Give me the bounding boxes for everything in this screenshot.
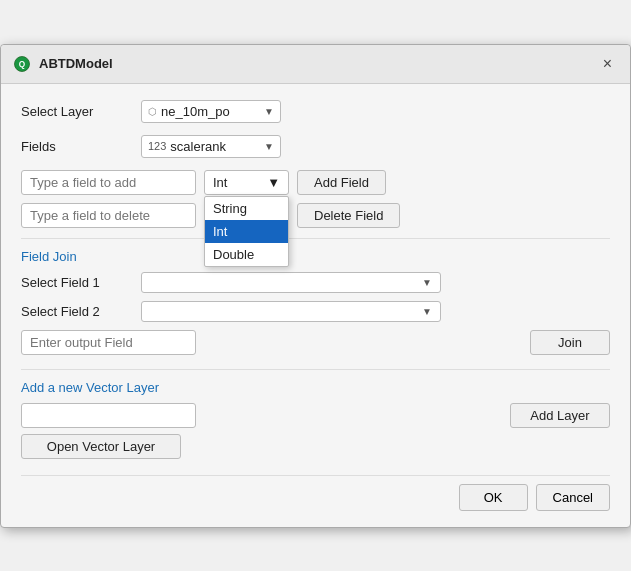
fields-dropdown[interactable]: 123 scalerank ▼ xyxy=(141,135,281,158)
select-layer-dropdown[interactable]: ⬡ ne_10m_po ▼ xyxy=(141,100,281,123)
type-dropdown-arrow-icon: ▼ xyxy=(267,175,280,190)
footer-buttons: OK Cancel xyxy=(21,475,610,511)
select-field-2-label: Select Field 2 xyxy=(21,304,131,319)
fields-row: Fields 123 scalerank ▼ xyxy=(21,135,610,158)
type-option-double[interactable]: Double xyxy=(205,243,288,266)
vector-layer-section-label: Add a new Vector Layer xyxy=(21,380,610,395)
field-join-label: Field Join xyxy=(21,249,610,264)
output-field-input[interactable] xyxy=(21,330,196,355)
type-option-string[interactable]: String xyxy=(205,197,288,220)
ok-button[interactable]: OK xyxy=(459,484,528,511)
close-button[interactable]: × xyxy=(597,53,618,75)
add-field-row: Int ▼ String Int Double Add Field xyxy=(21,170,610,195)
delete-field-row: Delete Field xyxy=(21,203,610,228)
svg-text:Q: Q xyxy=(19,60,26,69)
open-vector-button[interactable]: Open Vector Layer xyxy=(21,434,181,459)
fields-value: scalerank xyxy=(170,139,226,154)
select-layer-value: ne_10m_po xyxy=(161,104,230,119)
add-layer-button[interactable]: Add Layer xyxy=(510,403,610,428)
divider-2 xyxy=(21,369,610,370)
layer-icon: ⬡ xyxy=(148,106,157,117)
title-bar: Q ABTDModel × xyxy=(1,45,630,84)
output-field-row: Join xyxy=(21,330,610,355)
join-button[interactable]: Join xyxy=(530,330,610,355)
type-dropdown-button[interactable]: Int ▼ xyxy=(204,170,289,195)
dialog-title: ABTDModel xyxy=(39,56,113,71)
select-layer-label: Select Layer xyxy=(21,104,131,119)
select-layer-dropdown-inner: ⬡ ne_10m_po xyxy=(148,104,258,119)
fields-dropdown-inner: 123 scalerank xyxy=(148,139,258,154)
delete-field-input[interactable] xyxy=(21,203,196,228)
select-field-2-row: Select Field 2 ▼ xyxy=(21,301,610,322)
type-dropdown-selected: Int xyxy=(213,175,227,190)
vector-layer-input-row: Add Layer xyxy=(21,403,610,428)
select-field-1-dropdown[interactable]: ▼ xyxy=(141,272,441,293)
divider-1 xyxy=(21,238,610,239)
select-field-1-arrow-icon: ▼ xyxy=(422,277,432,288)
type-option-int[interactable]: Int xyxy=(205,220,288,243)
type-dropdown[interactable]: Int ▼ String Int Double xyxy=(204,170,289,195)
vector-layer-input[interactable] xyxy=(21,403,196,428)
select-field-2-arrow-icon: ▼ xyxy=(422,306,432,317)
title-bar-left: Q ABTDModel xyxy=(13,55,113,73)
delete-field-button[interactable]: Delete Field xyxy=(297,203,400,228)
add-field-button[interactable]: Add Field xyxy=(297,170,386,195)
select-field-2-dropdown[interactable]: ▼ xyxy=(141,301,441,322)
add-delete-fields-section: Int ▼ String Int Double Add Field Delete… xyxy=(21,170,610,228)
qgis-icon: Q xyxy=(13,55,31,73)
select-field-1-label: Select Field 1 xyxy=(21,275,131,290)
select-field-1-row: Select Field 1 ▼ xyxy=(21,272,610,293)
fields-arrow-icon: ▼ xyxy=(264,141,274,152)
type-dropdown-menu: String Int Double xyxy=(204,196,289,267)
fields-label: Fields xyxy=(21,139,131,154)
cancel-button[interactable]: Cancel xyxy=(536,484,610,511)
vector-layer-section: Add a new Vector Layer Add Layer Open Ve… xyxy=(21,380,610,459)
add-field-input[interactable] xyxy=(21,170,196,195)
field-join-section: Field Join Select Field 1 ▼ Select Field… xyxy=(21,249,610,355)
dialog: Q ABTDModel × Select Layer ⬡ ne_10m_po ▼… xyxy=(0,44,631,528)
fields-type-icon: 123 xyxy=(148,140,166,152)
select-layer-arrow-icon: ▼ xyxy=(264,106,274,117)
dialog-content: Select Layer ⬡ ne_10m_po ▼ Fields 123 sc… xyxy=(1,84,630,527)
select-layer-row: Select Layer ⬡ ne_10m_po ▼ xyxy=(21,100,610,123)
open-vector-row: Open Vector Layer xyxy=(21,434,610,459)
